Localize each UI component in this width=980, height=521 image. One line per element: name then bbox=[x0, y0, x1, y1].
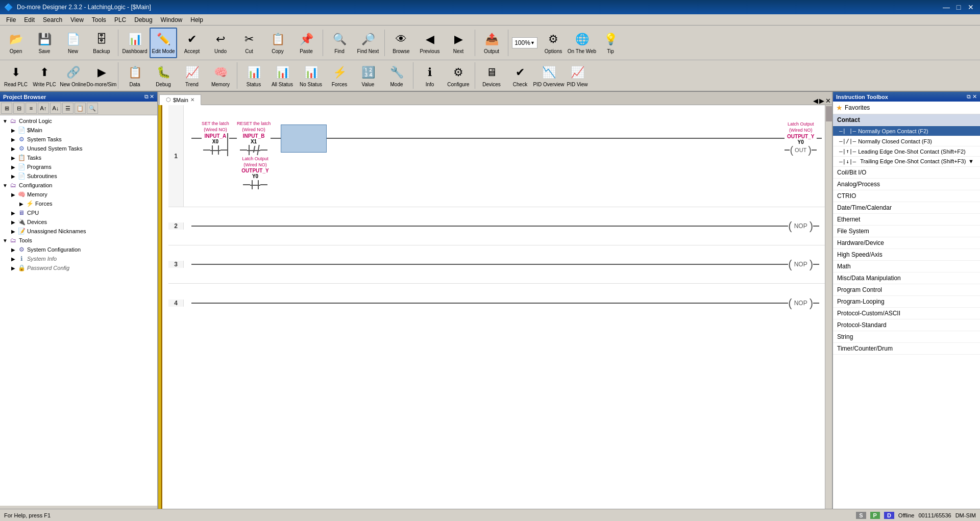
toolbar2-btn-read-plc[interactable]: ⬇ Read PLC bbox=[2, 60, 30, 91]
toolbar-btn-copy[interactable]: 📋 Copy bbox=[264, 28, 291, 58]
toolbar-btn-cut[interactable]: ✂ Cut bbox=[235, 28, 263, 58]
pb-float-button[interactable]: ⧉ bbox=[144, 93, 149, 100]
it-cat-hardware[interactable]: Hardware/Device bbox=[833, 237, 980, 249]
toolbar-btn-browse[interactable]: 👁 Browse bbox=[387, 28, 415, 58]
pb-btn-7[interactable]: 📋 bbox=[75, 103, 86, 114]
tree-item-devices[interactable]: ▶ 🔌 Devices bbox=[1, 217, 156, 227]
toolbar2-btn-do-more-sim[interactable]: ▶ Do-more/Sim bbox=[88, 60, 115, 91]
toolbar2-btn-pid-view[interactable]: 📈 PID View bbox=[564, 60, 591, 91]
menu-item-file[interactable]: File bbox=[2, 15, 20, 24]
toolbar-btn-paste[interactable]: 📌 Paste bbox=[292, 28, 320, 58]
toolbar2-btn-trend[interactable]: 📈 Trend bbox=[178, 60, 206, 91]
it-cat-ctrio[interactable]: CTRIO bbox=[833, 190, 980, 202]
tree-expander-unused-system-tasks[interactable]: ▶ bbox=[9, 144, 17, 153]
toolbar-btn-find[interactable]: 🔍 Find bbox=[326, 28, 353, 58]
menu-item-window[interactable]: Window bbox=[157, 15, 187, 24]
tree-expander-password-config[interactable]: ▶ bbox=[9, 264, 17, 272]
it-cat-protocol-std[interactable]: Protocol-Standard bbox=[833, 319, 980, 331]
menu-item-debug[interactable]: Debug bbox=[130, 15, 156, 24]
it-item-trailing-edge[interactable]: —|↓|— Trailing Edge One-Shot Contact (Sh… bbox=[833, 157, 980, 167]
pb-btn-1[interactable]: ⊞ bbox=[1, 103, 12, 114]
toolbar2-btn-check[interactable]: ✔ Check bbox=[506, 60, 534, 91]
menu-item-plc[interactable]: PLC bbox=[110, 15, 130, 24]
ladder-scrollbar-thumb[interactable] bbox=[826, 106, 832, 121]
editor-nav-left[interactable]: ◀ bbox=[813, 97, 818, 105]
zoom-control[interactable]: 100% ▼ bbox=[512, 37, 537, 48]
tree-item-configuration[interactable]: ▼ 🗂 Configuration bbox=[1, 181, 156, 190]
it-cat-filesystem[interactable]: File System bbox=[833, 226, 980, 237]
tree-item-unused-system-tasks[interactable]: ▶ ⚙ Unused System Tasks bbox=[1, 144, 156, 153]
pb-resize-handle[interactable] bbox=[0, 506, 157, 509]
tree-expander-tools[interactable]: ▼ bbox=[1, 236, 9, 244]
pb-btn-8[interactable]: 🔍 bbox=[87, 103, 98, 114]
tree-expander-subroutines[interactable]: ▶ bbox=[9, 172, 17, 180]
editor-tab-main[interactable]: ⬡ $Main ✕ bbox=[159, 94, 201, 105]
tree-item-sys-config[interactable]: ▶ ⚙ System Configuration bbox=[1, 245, 156, 254]
it-item-leading-edge[interactable]: —|↑|— Leading Edge One-Shot Contact (Shi… bbox=[833, 146, 980, 157]
tree-expander-tasks[interactable]: ▶ bbox=[9, 154, 17, 162]
it-item-normally-open[interactable]: —| |— Normally Open Contact (F2) bbox=[833, 126, 980, 136]
toolbar-btn-edit-mode[interactable]: ✏️ Edit Mode bbox=[150, 28, 177, 58]
tree-expander-control-logic[interactable]: ▼ bbox=[1, 117, 9, 125]
tree-item-unassigned-nicknames[interactable]: ▶ 📝 Unassigned Nicknames bbox=[1, 227, 156, 236]
menu-item-search[interactable]: Search bbox=[39, 15, 66, 24]
tree-item-programs[interactable]: ▶ 📄 Programs bbox=[1, 162, 156, 171]
tab-close-button[interactable]: ✕ bbox=[190, 97, 194, 103]
pb-btn-3[interactable]: ≡ bbox=[26, 103, 37, 114]
contact-reset-latch[interactable]: RESET the latch(Wired NO) INPUT_B X1 bbox=[237, 121, 271, 155]
tree-expander-sys-info[interactable]: ▶ bbox=[9, 255, 17, 263]
tree-item-sys-info[interactable]: ▶ ℹ System Info bbox=[1, 254, 156, 263]
tree-item-control-logic[interactable]: ▼ 🗂 Control Logic bbox=[1, 116, 156, 126]
toolbar-btn-options[interactable]: ⚙ Options bbox=[540, 28, 567, 58]
toolbar-btn-find-next[interactable]: 🔎 Find Next bbox=[354, 28, 382, 58]
it-close-button[interactable]: ✕ bbox=[972, 93, 977, 100]
toolbar-btn-on-the-web[interactable]: 🌐 On The Web bbox=[568, 28, 596, 58]
toolbar-btn-accept[interactable]: ✔ Accept bbox=[178, 28, 206, 58]
tree-item-subroutines[interactable]: ▶ 📄 Subroutines bbox=[1, 171, 156, 181]
toolbar-btn-zoom[interactable]: 100% ▼ bbox=[511, 28, 538, 58]
ladder-canvas[interactable]: 1 SET the latch(Wired NO) INPUT_A X0 bbox=[158, 105, 832, 509]
coil-output-y[interactable]: Latch Output(Wired NO) OUTPUT_Y Y0 ( OUT… bbox=[785, 121, 817, 155]
it-cat-analog[interactable]: Analog/Process bbox=[833, 179, 980, 190]
minimize-button[interactable]: — bbox=[941, 2, 951, 12]
tree-item-forces[interactable]: ▶ ⚡ Forces bbox=[1, 199, 156, 208]
toolbar2-btn-debug[interactable]: 🐛 Debug bbox=[150, 60, 177, 91]
toolbar2-btn-pid-overview[interactable]: 📉 PID Overview bbox=[535, 60, 562, 91]
tree-expander-programs[interactable]: ▶ bbox=[9, 163, 17, 171]
tree-expander-devices[interactable]: ▶ bbox=[9, 218, 17, 226]
toolbar-btn-save[interactable]: 💾 Save bbox=[31, 28, 58, 58]
toolbar-btn-tip[interactable]: 💡 Tip bbox=[597, 28, 624, 58]
pb-close-button[interactable]: ✕ bbox=[150, 93, 154, 100]
tree-item-tools[interactable]: ▼ 🗂 Tools bbox=[1, 236, 156, 245]
tree-expander-configuration[interactable]: ▼ bbox=[1, 181, 9, 189]
maximize-button[interactable]: □ bbox=[953, 2, 964, 12]
tree-item-system-tasks[interactable]: ▶ ⚙ System Tasks bbox=[1, 135, 156, 144]
tree-expander-system-tasks[interactable]: ▶ bbox=[9, 135, 17, 143]
contact-category-header[interactable]: Contact bbox=[833, 114, 980, 126]
ladder-scrollbar[interactable] bbox=[825, 105, 832, 509]
tree-item-cpu[interactable]: ▶ 🖥 CPU bbox=[1, 208, 156, 217]
it-cat-datetime[interactable]: Date/Time/Calendar bbox=[833, 202, 980, 214]
it-cat-highspeed[interactable]: High Speed/Axis bbox=[833, 249, 980, 261]
toolbar2-btn-new-online[interactable]: 🔗 New Online bbox=[59, 60, 87, 91]
it-cat-string[interactable]: String bbox=[833, 331, 980, 343]
toolbar2-btn-data[interactable]: 📋 Data bbox=[121, 60, 149, 91]
it-cat-ethernet[interactable]: Ethernet bbox=[833, 214, 980, 226]
selection-box[interactable] bbox=[281, 125, 327, 153]
tree-expander-sys-config[interactable]: ▶ bbox=[9, 245, 17, 254]
toolbar-btn-new[interactable]: 📄 New bbox=[59, 28, 87, 58]
toolbar2-btn-info[interactable]: ℹ Info bbox=[416, 60, 444, 91]
it-cat-coil-bit[interactable]: Coil/Bit I/O bbox=[833, 167, 980, 179]
toolbar-btn-backup[interactable]: 🗄 Backup bbox=[88, 28, 115, 58]
menu-item-help[interactable]: Help bbox=[186, 15, 207, 24]
pb-btn-6[interactable]: ☰ bbox=[62, 103, 74, 114]
menu-item-edit[interactable]: Edit bbox=[20, 15, 39, 24]
toolbar2-btn-value[interactable]: 🔢 Value bbox=[354, 60, 382, 91]
toolbar2-btn-configure[interactable]: ⚙ Configure bbox=[445, 60, 472, 91]
toolbar2-btn-status[interactable]: 📊 Status bbox=[240, 60, 267, 91]
tree-expander-forces[interactable]: ▶ bbox=[17, 200, 26, 208]
it-float-button[interactable]: ⧉ bbox=[967, 93, 971, 100]
tree-item-password-config[interactable]: ▶ 🔒 Password Config bbox=[1, 263, 156, 272]
pb-btn-5[interactable]: A↓ bbox=[50, 103, 61, 114]
pb-btn-4[interactable]: A↑ bbox=[38, 103, 49, 114]
